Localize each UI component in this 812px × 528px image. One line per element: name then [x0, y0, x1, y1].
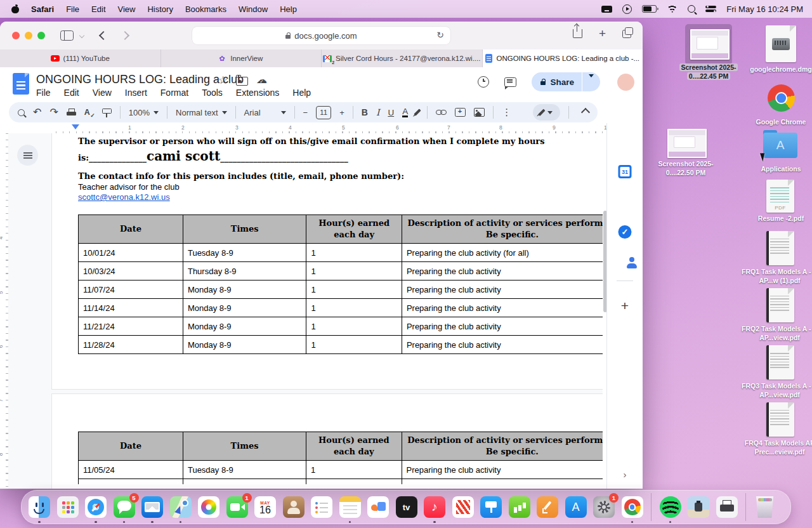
add-addon-button[interactable]: + [621, 298, 629, 314]
address-bar[interactable]: docs.google.com ↻ [192, 27, 450, 44]
dock-messages[interactable]: 5 [114, 496, 135, 518]
account-avatar[interactable] [617, 74, 634, 91]
menu-help[interactable]: Help [280, 4, 297, 14]
indent-marker[interactable] [72, 124, 79, 129]
dock-freeform[interactable] [367, 496, 389, 518]
move-folder-icon[interactable] [236, 77, 248, 86]
desktop-icon-screenshot-2[interactable] [667, 129, 707, 158]
tab-overview-icon[interactable] [622, 30, 631, 38]
dock-downloads-folder[interactable] [688, 496, 709, 518]
dock-system-settings[interactable]: 1 [593, 496, 615, 518]
dock-calendar[interactable]: MAY16 [254, 496, 276, 518]
desktop-label[interactable]: FRQ1 Task Models A - H AP...w (1).pdf [738, 268, 812, 286]
dock-spotify[interactable] [660, 496, 681, 518]
menu-clock[interactable]: Fri May 16 10:24 PM [726, 4, 803, 14]
dock-reminders[interactable] [311, 496, 332, 518]
dock-contacts[interactable] [283, 496, 304, 518]
menu-app-name[interactable]: Safari [31, 4, 54, 14]
dock-notes[interactable] [339, 496, 361, 518]
desktop-label[interactable]: Google Chrome [749, 118, 812, 127]
docs-menu-view[interactable]: View [91, 86, 113, 99]
dock-printer[interactable] [716, 496, 738, 518]
dock-music[interactable]: ♪ [424, 496, 445, 518]
comments-icon[interactable] [504, 77, 516, 87]
docs-menu-format[interactable]: Format [159, 86, 190, 99]
document-canvas[interactable]: The supervisor or person who will sign o… [8, 133, 603, 489]
styles-select[interactable]: Normal text [176, 108, 226, 117]
desktop-icon-chrome[interactable] [768, 84, 795, 112]
undo-icon[interactable]: ↶ [33, 107, 41, 117]
dock-photos[interactable] [198, 496, 219, 518]
menu-bookmarks[interactable]: Bookmarks [185, 4, 226, 14]
menu-file[interactable]: File [66, 4, 79, 14]
dock-launchpad[interactable] [57, 496, 79, 518]
star-icon[interactable]: ☆ [218, 75, 228, 86]
document-page-1[interactable]: The supervisor or person who will sign o… [52, 133, 603, 389]
document-page-2[interactable]: Date Times Hour(s) earned each day Descr… [52, 394, 603, 489]
apple-menu-icon[interactable] [11, 5, 19, 13]
document-title[interactable]: ONGOING HOURS LOG: Leading a club [36, 73, 244, 86]
dock-facetime[interactable]: 1 [226, 496, 248, 518]
more-options-icon[interactable]: ⋮ [502, 108, 511, 117]
vertical-ruler[interactable]: 4 5 6 7 8 [0, 133, 8, 489]
docs-menu-insert[interactable]: Insert [124, 86, 148, 99]
paint-format-icon[interactable] [102, 109, 112, 114]
desktop-icon-screenshot-1[interactable] [690, 29, 730, 60]
insert-link-icon[interactable] [436, 110, 447, 115]
font-size-input[interactable]: 11 [316, 106, 331, 119]
print-icon[interactable] [67, 109, 76, 117]
docs-menu-tools[interactable]: Tools [200, 86, 224, 99]
desktop-icon-resume-pdf[interactable]: PDF [766, 180, 794, 213]
google-calendar-icon[interactable]: 31 [619, 165, 632, 178]
control-center-icon[interactable] [705, 6, 716, 13]
italic-button[interactable]: I [376, 107, 380, 117]
dock-chrome[interactable] [622, 496, 643, 518]
desktop-label[interactable]: Applications [749, 165, 812, 174]
cloud-saved-icon[interactable]: ☁✓ [256, 74, 267, 86]
desktop-icon-dmg[interactable] [766, 25, 796, 62]
dock-mail[interactable] [141, 496, 163, 518]
dock-app-store[interactable]: A [565, 496, 587, 518]
hide-menus-button[interactable] [581, 108, 590, 117]
zoom-window-button[interactable] [37, 32, 45, 39]
editing-mode-button[interactable] [533, 104, 561, 121]
desktop-icon-applications[interactable] [763, 133, 797, 158]
reload-icon[interactable]: ↻ [436, 30, 444, 40]
back-button[interactable] [99, 31, 108, 40]
underline-button[interactable]: U [388, 108, 394, 117]
desktop-icon-frq2-pdf[interactable] [766, 288, 794, 322]
font-size-increase[interactable]: + [339, 108, 344, 117]
tab-youtube[interactable]: (111) YouTube [0, 50, 161, 67]
dock-apple-tv[interactable]: tv [396, 496, 417, 518]
desktop-label[interactable]: FRQ3 Task Models A - H AP...view.pdf [738, 382, 812, 400]
desktop-label[interactable]: FRQ4 Task Models AP Prec...eview.pdf [738, 439, 812, 457]
menu-view[interactable]: View [118, 4, 136, 14]
desktop-label[interactable]: FRQ2 Task Models A - H AP...view.pdf [738, 325, 812, 343]
tab-innerview[interactable]: ✿ InnerView [161, 50, 322, 67]
dock-pages[interactable] [537, 496, 558, 518]
add-comment-icon[interactable] [455, 108, 466, 117]
menu-window[interactable]: Window [239, 4, 268, 14]
desktop-label[interactable]: Resume -2.pdf [747, 214, 812, 223]
dock-news[interactable] [452, 496, 474, 518]
insert-image-icon[interactable] [474, 108, 485, 117]
document-outline-button[interactable] [17, 145, 38, 166]
dock-safari[interactable] [85, 496, 107, 518]
desktop-label[interactable]: Screenshot 2025-0....22.50 PM [653, 160, 718, 178]
wifi-icon[interactable] [667, 5, 678, 13]
share-button[interactable]: Share [532, 72, 600, 91]
desktop-icon-frq3-pdf[interactable] [766, 345, 794, 380]
tab-google-docs[interactable]: ONGOING HOURS LOG: Leading a club -... [483, 50, 643, 67]
tab-gmail[interactable]: 2 Silver Cord Hours - 24177@verona.k12.w… [322, 50, 483, 67]
minimize-window-button[interactable] [25, 32, 32, 39]
dock-trash[interactable] [754, 496, 776, 518]
dock-keynote[interactable] [480, 496, 502, 518]
docs-menu-file[interactable]: File [35, 86, 52, 99]
spellcheck-icon[interactable]: A✓ [84, 108, 94, 117]
docs-menu-help[interactable]: Help [291, 86, 312, 99]
spotlight-icon[interactable] [688, 5, 695, 13]
screen-record-icon[interactable] [622, 4, 632, 14]
dock-finder[interactable] [29, 496, 50, 518]
redo-icon[interactable]: ↷ [49, 107, 58, 117]
forward-button[interactable] [121, 31, 129, 40]
